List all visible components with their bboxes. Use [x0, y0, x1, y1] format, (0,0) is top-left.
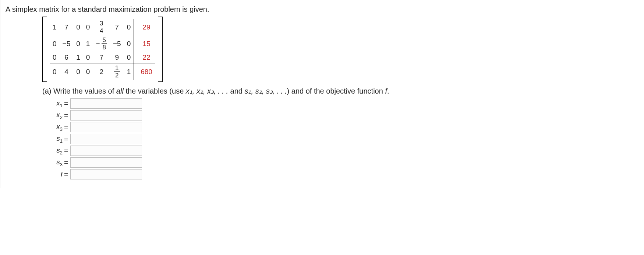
matrix-cell: 0 [124, 52, 134, 63]
equals-sign: = [64, 170, 68, 178]
matrix-cell: 0 [73, 35, 83, 52]
matrix-cell: 0 [83, 63, 93, 80]
answer-label: s3 [42, 158, 63, 167]
var-list-x: x₁, x₂, x₃, . . . [186, 87, 228, 95]
matrix-cell: −5 [110, 35, 124, 52]
matrix-cell: 22 [134, 52, 155, 63]
matrix-cell: 1 [73, 52, 83, 63]
answer-input-x2[interactable] [70, 110, 142, 120]
matrix-cell: 34 [93, 19, 110, 35]
matrix-cell: 7 [60, 19, 74, 35]
matrix-cell: 7 [93, 52, 110, 63]
equals-sign: = [64, 135, 68, 143]
matrix-cell: 12 [110, 63, 124, 80]
answer-row: x1= [42, 98, 642, 109]
answer-input-f[interactable] [70, 169, 142, 179]
problem-prompt: A simplex matrix for a standard maximiza… [6, 5, 642, 14]
matrix-cell: 0 [73, 19, 83, 35]
matrix-cell: 0 [50, 52, 60, 63]
bracket-left [42, 17, 47, 82]
answer-row: s2= [42, 146, 642, 156]
equals-sign: = [64, 99, 68, 108]
answers-block: x1=x2=x3=s1=s2=s3=f= [42, 98, 642, 179]
matrix-cell: 1 [124, 63, 134, 80]
matrix-cell: −58 [93, 35, 110, 52]
matrix-cell: 15 [134, 35, 155, 52]
matrix-cell: 0 [73, 63, 83, 80]
answer-row: s3= [42, 157, 642, 168]
matrix-cell: 7 [110, 19, 124, 35]
answer-label: f [42, 170, 63, 178]
answer-row: x2= [42, 110, 642, 120]
answer-input-x1[interactable] [70, 98, 142, 109]
answer-input-x3[interactable] [70, 122, 142, 132]
matrix-cell: 1 [83, 35, 93, 52]
simplex-matrix: 17003470290−501−58−501506107902204002121… [42, 17, 642, 82]
matrix-cell: 1 [50, 19, 60, 35]
answer-input-s1[interactable] [70, 134, 142, 144]
answer-row: x3= [42, 122, 642, 132]
matrix-cell: 0 [50, 35, 60, 52]
matrix-cell: 4 [60, 63, 74, 80]
answer-label: s2 [42, 146, 63, 156]
equals-sign: = [64, 123, 68, 131]
answer-input-s3[interactable] [70, 157, 142, 168]
matrix-table: 17003470290−501−58−501506107902204002121… [50, 19, 155, 80]
equals-sign: = [64, 147, 68, 155]
answer-label: x2 [42, 111, 63, 120]
answer-label: x1 [42, 99, 63, 108]
matrix-cell: 2 [93, 63, 110, 80]
answer-row: s1= [42, 134, 642, 144]
matrix-cell: 0 [124, 35, 134, 52]
part-a-text: (a) Write the values of all the variable… [42, 87, 642, 95]
matrix-cell: 0 [124, 19, 134, 35]
matrix-cell: 9 [110, 52, 124, 63]
var-list-s: s₁, s₂, s₃, . . . [244, 87, 287, 95]
matrix-cell: 0 [83, 52, 93, 63]
matrix-cell: 6 [60, 52, 74, 63]
answer-label: x3 [42, 123, 63, 132]
bracket-right [158, 17, 163, 82]
matrix-cell: 29 [134, 19, 155, 35]
matrix-cell: −5 [60, 35, 74, 52]
answer-row: f= [42, 169, 642, 179]
equals-sign: = [64, 111, 68, 119]
matrix-cell: 680 [134, 63, 155, 80]
answer-label: s1 [42, 135, 63, 144]
matrix-cell: 0 [50, 63, 60, 80]
equals-sign: = [64, 158, 68, 167]
answer-input-s2[interactable] [70, 146, 142, 156]
matrix-cell: 0 [83, 19, 93, 35]
